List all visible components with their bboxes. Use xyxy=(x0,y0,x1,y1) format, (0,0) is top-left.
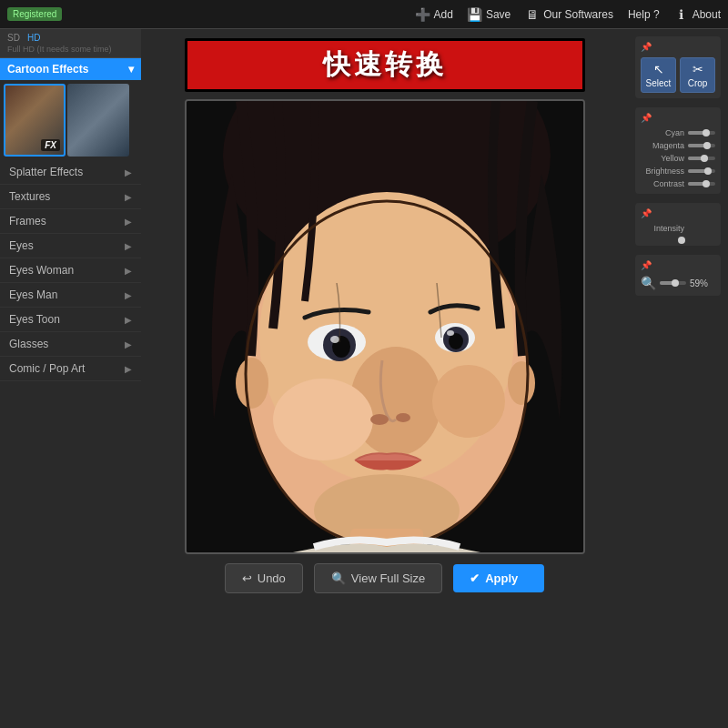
arrow-icon: ▶ xyxy=(125,241,132,251)
brightness-row: Brightness xyxy=(641,167,715,176)
quality-bar: SD HD Full HD (It needs some time) xyxy=(0,29,141,58)
yellow-row: Yellow xyxy=(641,154,715,163)
cartoon-image xyxy=(187,101,585,554)
svg-point-12 xyxy=(330,336,339,343)
sidebar-item-glasses[interactable]: Glasses ▶ xyxy=(0,332,141,357)
thumbnail-grid: FX xyxy=(0,80,141,160)
brightness-track[interactable] xyxy=(688,169,715,173)
svg-point-6 xyxy=(432,365,505,438)
sidebar-item-splatter[interactable]: Splatter Effects ▶ xyxy=(0,160,141,185)
menu-add[interactable]: ➕ Add xyxy=(416,7,453,22)
menu-help[interactable]: Help ? xyxy=(628,8,660,21)
color-section: 📌 Cyan Magenta Yellow xyxy=(635,107,721,194)
banner-text: 快速转换 xyxy=(323,49,447,79)
save-icon: 💾 xyxy=(468,7,482,22)
undo-button[interactable]: ↩ Undo xyxy=(225,563,303,593)
sidebar-item-eyes-woman[interactable]: Eyes Woman ▶ xyxy=(0,258,141,283)
view-icon: 🔍 xyxy=(331,571,346,585)
software-icon: 🖥 xyxy=(525,7,540,22)
menu-our-softwares[interactable]: 🖥 Our Softwares xyxy=(525,7,613,22)
svg-point-8 xyxy=(508,361,535,405)
arrow-icon: ▶ xyxy=(125,167,132,177)
sidebar-item-frames[interactable]: Frames ▶ xyxy=(0,209,141,234)
arrow-icon: ▶ xyxy=(125,192,132,202)
add-icon: ➕ xyxy=(416,7,430,22)
svg-point-5 xyxy=(273,379,373,460)
intensity-row: Intensity xyxy=(641,224,715,233)
fx-badge-1: FX xyxy=(41,139,60,151)
magenta-row: Magenta xyxy=(641,141,715,150)
tools-section: 📌 ↖ Select ✂ Crop xyxy=(635,36,721,98)
svg-point-16 xyxy=(447,330,454,336)
tool-buttons: ↖ Select ✂ Crop xyxy=(641,57,715,93)
svg-point-18 xyxy=(396,413,410,422)
arrow-icon: ▶ xyxy=(125,315,132,325)
view-full-button[interactable]: 🔍 View Full Size xyxy=(314,563,442,593)
zoom-row: 🔍 59% xyxy=(641,276,715,290)
quality-hd[interactable]: HD xyxy=(27,33,40,43)
crop-icon: ✂ xyxy=(693,62,703,76)
select-tool[interactable]: ↖ Select xyxy=(641,57,676,93)
arrow-icon: ▶ xyxy=(125,364,132,374)
intensity-section: 📌 Intensity xyxy=(635,203,721,246)
apply-button[interactable]: ✔ Apply xyxy=(453,564,544,592)
cyan-row: Cyan xyxy=(641,128,715,137)
arrow-icon: ▶ xyxy=(125,339,132,349)
undo-icon: ↩ xyxy=(242,571,252,585)
check-icon: ✔ xyxy=(470,571,480,585)
thumb-2[interactable] xyxy=(67,84,129,157)
banner: 快速转换 xyxy=(185,38,585,92)
sidebar-item-eyes-toon[interactable]: Eyes Toon ▶ xyxy=(0,308,141,332)
cyan-track[interactable] xyxy=(688,131,715,135)
yellow-track[interactable] xyxy=(688,157,715,160)
sidebar: SD HD Full HD (It needs some time) Carto… xyxy=(0,29,141,728)
thumb-1[interactable]: FX xyxy=(4,84,66,157)
quality-fullhd-note[interactable]: Full HD (It needs some time) xyxy=(7,45,134,54)
canvas-area: 快速转换 xyxy=(141,29,628,728)
zoom-section: 📌 🔍 59% xyxy=(635,255,721,296)
sidebar-item-comic[interactable]: Comic / Pop Art ▶ xyxy=(0,357,141,381)
pin-icon-4: 📌 xyxy=(641,260,652,270)
registered-badge: Registered xyxy=(7,7,62,21)
photo-canvas[interactable] xyxy=(185,99,585,554)
menu-save[interactable]: 💾 Save xyxy=(468,7,511,22)
quality-sd[interactable]: SD xyxy=(7,33,20,43)
magenta-track[interactable] xyxy=(688,144,715,147)
menubar: Registered ➕ Add 💾 Save 🖥 Our Softwares … xyxy=(0,0,728,29)
svg-point-17 xyxy=(370,414,389,425)
bottom-bar: ↩ Undo 🔍 View Full Size ✔ Apply xyxy=(225,563,544,593)
menu-about[interactable]: ℹ About xyxy=(674,7,721,22)
right-panel: 📌 ↖ Select ✂ Crop 📌 Cyan xyxy=(628,29,728,728)
zoom-icon: 🔍 xyxy=(641,276,656,290)
pin-icon-2: 📌 xyxy=(641,113,652,123)
info-icon: ℹ xyxy=(674,7,689,22)
arrow-icon: ▶ xyxy=(125,290,132,300)
zoom-percent: 59% xyxy=(690,278,715,288)
sidebar-menu: Splatter Effects ▶ Textures ▶ Frames ▶ E… xyxy=(0,160,141,728)
zoom-track[interactable] xyxy=(660,281,686,285)
contrast-track[interactable] xyxy=(688,182,715,186)
pin-icon: 📌 xyxy=(641,42,652,52)
sidebar-item-eyes[interactable]: Eyes ▶ xyxy=(0,234,141,258)
sidebar-item-textures[interactable]: Textures ▶ xyxy=(0,185,141,209)
sidebar-item-eyes-man[interactable]: Eyes Man ▶ xyxy=(0,283,141,308)
svg-point-7 xyxy=(236,358,268,409)
pin-icon-3: 📌 xyxy=(641,208,652,218)
category-header[interactable]: Cartoon Effects ▾ xyxy=(0,58,141,80)
contrast-row: Contrast xyxy=(641,179,715,188)
crop-tool[interactable]: ✂ Crop xyxy=(680,57,715,93)
arrow-icon: ▶ xyxy=(125,266,132,276)
arrow-icon: ▶ xyxy=(125,217,132,227)
main-layout: SD HD Full HD (It needs some time) Carto… xyxy=(0,29,728,728)
chevron-down-icon: ▾ xyxy=(128,63,134,76)
select-icon: ↖ xyxy=(653,62,664,76)
